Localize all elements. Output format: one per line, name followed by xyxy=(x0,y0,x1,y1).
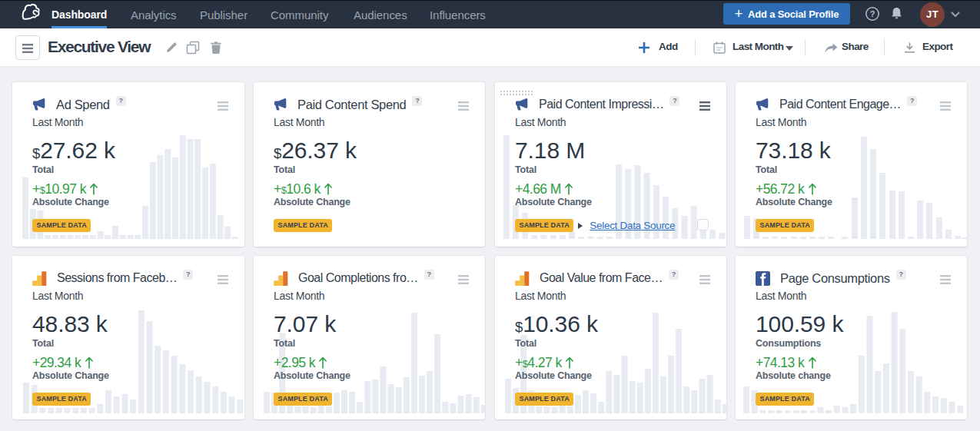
svg-text:?: ? xyxy=(870,9,875,18)
